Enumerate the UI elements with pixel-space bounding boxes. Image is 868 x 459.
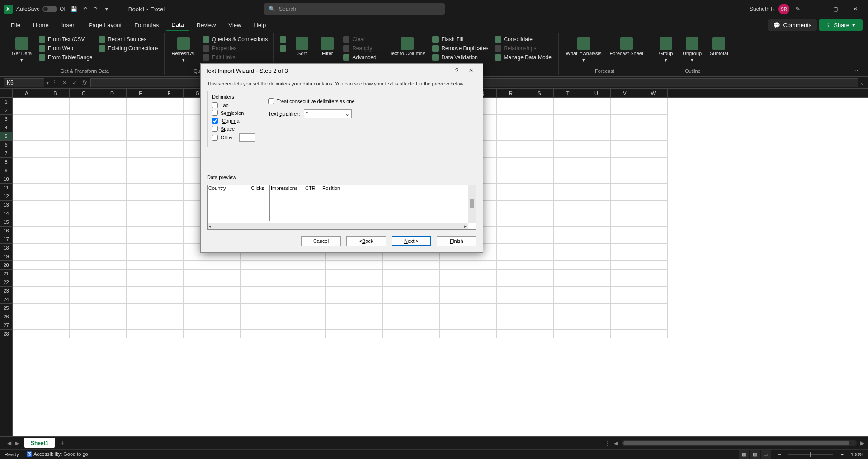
properties-button[interactable]: Properties [201, 44, 269, 52]
select-all-corner[interactable] [0, 89, 13, 98]
sheet-nav-prev-icon[interactable]: ◀ [7, 440, 11, 446]
delimiter-semicolon-checkbox[interactable] [212, 110, 218, 116]
delimiter-other-checkbox[interactable] [212, 135, 218, 141]
column-header[interactable]: U [582, 89, 611, 97]
tab-home[interactable]: Home [28, 20, 54, 30]
scroll-left-icon[interactable]: ◂ [208, 223, 211, 229]
treat-consecutive-label[interactable]: Treat consecutive delimiters as one [277, 99, 355, 104]
row-header[interactable]: 22 [0, 278, 12, 287]
dropdown-icon[interactable]: ⋮ [51, 80, 59, 86]
scroll-right-icon[interactable]: ▸ [464, 223, 467, 229]
row-header[interactable]: 4 [0, 123, 12, 132]
column-header[interactable]: T [554, 89, 582, 97]
hscroll-right-icon[interactable]: ▶ [860, 440, 864, 446]
ribbon-collapse-button[interactable]: ⌄ [851, 33, 863, 75]
status-accessibility[interactable]: ♿ Accessibility: Good to go [26, 451, 88, 457]
dialog-help-button[interactable]: ? [449, 65, 464, 76]
filter-button[interactable]: Filter [316, 35, 339, 58]
user-account[interactable]: Sucheth R SR [750, 4, 789, 14]
dialog-close-button[interactable]: ✕ [464, 65, 478, 76]
row-header[interactable]: 18 [0, 244, 12, 252]
column-header[interactable]: S [525, 89, 554, 97]
row-header[interactable]: 13 [0, 201, 12, 209]
row-header[interactable]: 27 [0, 321, 12, 330]
group-button[interactable]: Group▾ [655, 35, 677, 65]
save-icon[interactable]: 💾 [71, 5, 78, 13]
tab-page-layout[interactable]: Page Layout [83, 20, 127, 30]
delimiter-semicolon-label[interactable]: Semicolon [221, 110, 244, 116]
preview-horizontal-scrollbar[interactable]: ◂▸ [208, 223, 468, 229]
row-header[interactable]: 8 [0, 158, 12, 166]
row-header[interactable]: 6 [0, 141, 12, 149]
relationships-button[interactable]: Relationships [493, 44, 555, 52]
consolidate-button[interactable]: Consolidate [493, 35, 555, 43]
cancel-button[interactable]: Cancel [301, 236, 341, 246]
tab-help[interactable]: Help [248, 20, 271, 30]
row-header[interactable]: 9 [0, 166, 12, 175]
row-header[interactable]: 28 [0, 330, 12, 338]
get-data-button[interactable]: Get Data▾ [9, 35, 34, 65]
sheet-nav-next-icon[interactable]: ▶ [15, 440, 19, 446]
from-web-button[interactable]: From Web [37, 44, 94, 52]
clear-button[interactable]: Clear [341, 35, 378, 43]
advanced-button[interactable]: Advanced [341, 53, 378, 62]
undo-icon[interactable]: ↶ [81, 5, 89, 13]
formula-expand-icon[interactable]: ⌄ [860, 80, 864, 86]
row-header[interactable]: 16 [0, 227, 12, 235]
delimiter-tab-checkbox[interactable] [212, 102, 218, 108]
comments-button[interactable]: 💬 Comments [768, 19, 817, 31]
delimiter-other-label[interactable]: Other: [221, 135, 235, 140]
zoom-level[interactable]: 100% [851, 452, 863, 457]
row-header[interactable]: 7 [0, 149, 12, 158]
maximize-button[interactable]: ▢ [826, 2, 844, 16]
back-button[interactable]: < Back [346, 236, 386, 246]
subtotal-button[interactable]: Subtotal [707, 35, 731, 58]
next-button[interactable]: Next > [392, 236, 431, 246]
delimiter-other-input[interactable] [239, 133, 255, 142]
delimiter-comma-label[interactable]: Comma [221, 118, 241, 124]
autosave-toggle[interactable]: AutoSave Off [16, 6, 67, 12]
existing-connections-button[interactable]: Existing Connections [97, 44, 160, 52]
refresh-all-button[interactable]: Refresh All▾ [169, 35, 198, 65]
sort-za-button[interactable] [278, 44, 288, 52]
row-header[interactable]: 24 [0, 295, 12, 304]
zoom-out-button[interactable]: − [778, 452, 781, 457]
flash-fill-button[interactable]: Flash Fill [430, 35, 490, 43]
tab-formulas[interactable]: Formulas [129, 20, 164, 30]
search-input[interactable]: 🔍 Search [264, 3, 445, 15]
fx-icon[interactable]: fx [80, 80, 89, 86]
row-header[interactable]: 15 [0, 218, 12, 227]
cancel-formula-icon[interactable]: ✕ [61, 80, 69, 86]
toggle-off-icon[interactable] [42, 6, 57, 12]
manage-data-model-button[interactable]: Manage Data Model [493, 53, 555, 62]
close-button[interactable]: ✕ [846, 2, 864, 16]
ungroup-button[interactable]: Ungroup▾ [680, 35, 704, 65]
from-text-csv-button[interactable]: From Text/CSV [37, 35, 94, 43]
row-header[interactable]: 19 [0, 252, 12, 261]
row-header[interactable]: 17 [0, 235, 12, 244]
tab-review[interactable]: Review [191, 20, 222, 30]
sheet-options-icon[interactable]: ⋮ [605, 440, 610, 446]
queries-connections-button[interactable]: Queries & Connections [201, 35, 269, 43]
column-header[interactable]: V [611, 89, 639, 97]
tab-insert[interactable]: Insert [56, 20, 82, 30]
column-header[interactable]: R [497, 89, 525, 97]
row-header[interactable]: 10 [0, 175, 12, 184]
column-header[interactable]: D [98, 89, 127, 97]
column-header[interactable]: C [70, 89, 98, 97]
view-page-layout-button[interactable]: ▤ [750, 450, 760, 459]
row-header[interactable]: 21 [0, 270, 12, 278]
view-normal-button[interactable]: ▦ [739, 450, 749, 459]
qat-dropdown-icon[interactable]: ▾ [103, 5, 110, 13]
sort-az-button[interactable] [278, 35, 288, 43]
column-header[interactable]: B [41, 89, 70, 97]
minimize-button[interactable]: — [807, 2, 825, 16]
row-header[interactable]: 5 [0, 132, 12, 141]
column-header[interactable]: A [13, 89, 41, 97]
sheet-tab-sheet1[interactable]: Sheet1 [24, 438, 55, 448]
row-header[interactable]: 25 [0, 304, 12, 312]
treat-consecutive-checkbox[interactable] [268, 98, 274, 104]
name-box[interactable]: K5 [4, 78, 44, 87]
enter-formula-icon[interactable]: ✓ [71, 80, 79, 86]
what-if-button[interactable]: What-If Analysis▾ [563, 35, 604, 65]
